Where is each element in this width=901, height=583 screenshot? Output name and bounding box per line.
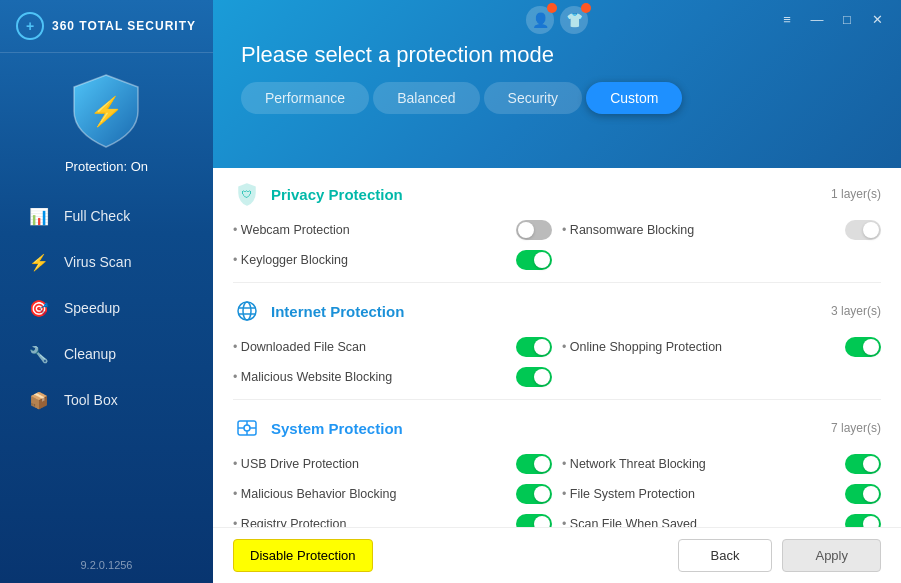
network-threat-row: Network Threat Blocking [562,452,881,476]
downloaded-scan-toggle[interactable] [516,337,552,357]
internet-layer-count: 3 layer(s) [831,304,881,318]
usb-row: USB Drive Protection [233,452,552,476]
user-icon[interactable]: 👤 [526,6,554,34]
svg-point-3 [243,302,251,320]
online-shopping-row: Online Shopping Protection [562,335,881,359]
tab-custom[interactable]: Custom [586,82,682,114]
internet-icon [233,297,261,325]
malicious-behavior-row: Malicious Behavior Blocking [233,482,552,506]
close-button[interactable]: ✕ [863,8,891,30]
svg-text:⚡: ⚡ [89,95,124,128]
window-controls: 👤 👕 ≡ — □ ✕ [213,0,901,32]
usb-label: USB Drive Protection [233,457,359,471]
sidebar-nav: 📊 Full Check ⚡ Virus Scan 🎯 Speedup 🔧 Cl… [0,194,213,559]
shirt-icon[interactable]: 👕 [560,6,588,34]
privacy-layer-count: 1 layer(s) [831,187,881,201]
svg-point-7 [244,425,250,431]
system-rows: USB Drive Protection Network Threat Bloc… [233,452,881,527]
virus-scan-icon: ⚡ [28,251,50,273]
sidebar-item-cleanup[interactable]: 🔧 Cleanup [6,332,207,376]
webcam-label: Webcam Protection [233,223,350,237]
network-threat-toggle[interactable] [845,454,881,474]
file-system-row: File System Protection [562,482,881,506]
internet-title: Internet Protection [271,303,404,320]
ransomware-toggle[interactable] [845,220,881,240]
user-badge [547,3,557,13]
main-content: 👤 👕 ≡ — □ ✕ Please select a protection m… [213,0,901,583]
system-layer-count: 7 layer(s) [831,421,881,435]
maximize-button[interactable]: □ [833,8,861,30]
internet-section-header: Internet Protection 3 layer(s) [233,297,881,325]
online-shopping-toggle[interactable] [845,337,881,357]
registry-toggle[interactable] [516,514,552,527]
disable-protection-button[interactable]: Disable Protection [233,539,373,572]
internet-rows: Downloaded File Scan Online Shopping Pro… [233,335,881,389]
sidebar-label-tool-box: Tool Box [64,392,118,408]
menu-button[interactable]: ≡ [773,8,801,30]
keylogger-label: Keylogger Blocking [233,253,348,267]
tab-balanced[interactable]: Balanced [373,82,479,114]
version-label: 9.2.0.1256 [81,559,133,571]
system-title-group: System Protection [233,414,403,442]
shield-icon: ⚡ [70,71,142,151]
scan-saved-row: Scan File When Saved [562,512,881,527]
cleanup-icon: 🔧 [28,343,50,365]
registry-row: Registry Protection [233,512,552,527]
app-name: 360 TOTAL SECURITY [52,19,196,33]
privacy-title: Privacy Protection [271,186,403,203]
file-system-toggle[interactable] [845,484,881,504]
system-protection-section: System Protection 7 layer(s) USB Drive P… [233,414,881,527]
page-title: Please select a protection mode [241,42,873,68]
footer: Disable Protection Back Apply [213,527,901,583]
malicious-website-toggle[interactable] [516,367,552,387]
sidebar-item-full-check[interactable]: 📊 Full Check [6,194,207,238]
sidebar-label-cleanup: Cleanup [64,346,116,362]
internet-title-group: Internet Protection [233,297,404,325]
header-title-area: Please select a protection mode [213,42,901,68]
app-logo-area: + 360 TOTAL SECURITY [0,0,213,53]
apply-button[interactable]: Apply [782,539,881,572]
full-check-icon: 📊 [28,205,50,227]
privacy-rows: Webcam Protection Ransomware Blocking Ke… [233,218,881,272]
registry-label: Registry Protection [233,517,346,527]
system-section-header: System Protection 7 layer(s) [233,414,881,442]
protection-status-area: ⚡ Protection: On [65,71,148,174]
header-icons: 👤 👕 [526,6,588,34]
protection-label: Protection: On [65,159,148,174]
content-area: 🛡 Privacy Protection 1 layer(s) Webcam P… [213,168,901,527]
mode-tabs: Performance Balanced Security Custom [213,68,901,126]
back-button[interactable]: Back [678,539,773,572]
privacy-protection-section: 🛡 Privacy Protection 1 layer(s) Webcam P… [233,180,881,283]
tool-box-icon: 📦 [28,389,50,411]
logo-icon: + [16,12,44,40]
webcam-toggle[interactable] [516,220,552,240]
webcam-row: Webcam Protection [233,218,552,242]
sidebar-item-speedup[interactable]: 🎯 Speedup [6,286,207,330]
scan-saved-toggle[interactable] [845,514,881,527]
speedup-icon: 🎯 [28,297,50,319]
keylogger-row: Keylogger Blocking [233,248,552,272]
malicious-behavior-toggle[interactable] [516,484,552,504]
sidebar-label-speedup: Speedup [64,300,120,316]
malicious-website-row: Malicious Website Blocking [233,365,552,389]
internet-protection-section: Internet Protection 3 layer(s) Downloade… [233,297,881,400]
sidebar-label-full-check: Full Check [64,208,130,224]
keylogger-toggle[interactable] [516,250,552,270]
usb-toggle[interactable] [516,454,552,474]
system-title: System Protection [271,420,403,437]
malicious-website-label: Malicious Website Blocking [233,370,392,384]
privacy-icon: 🛡 [233,180,261,208]
network-threat-label: Network Threat Blocking [562,457,706,471]
privacy-section-header: 🛡 Privacy Protection 1 layer(s) [233,180,881,208]
footer-action-buttons: Back Apply [678,539,881,572]
ransomware-row: Ransomware Blocking [562,218,881,242]
scan-saved-label: Scan File When Saved [562,517,697,527]
file-system-label: File System Protection [562,487,695,501]
tab-security[interactable]: Security [484,82,583,114]
sidebar-item-tool-box[interactable]: 📦 Tool Box [6,378,207,422]
tab-performance[interactable]: Performance [241,82,369,114]
privacy-title-group: 🛡 Privacy Protection [233,180,403,208]
minimize-button[interactable]: — [803,8,831,30]
shirt-badge [581,3,591,13]
sidebar-item-virus-scan[interactable]: ⚡ Virus Scan [6,240,207,284]
